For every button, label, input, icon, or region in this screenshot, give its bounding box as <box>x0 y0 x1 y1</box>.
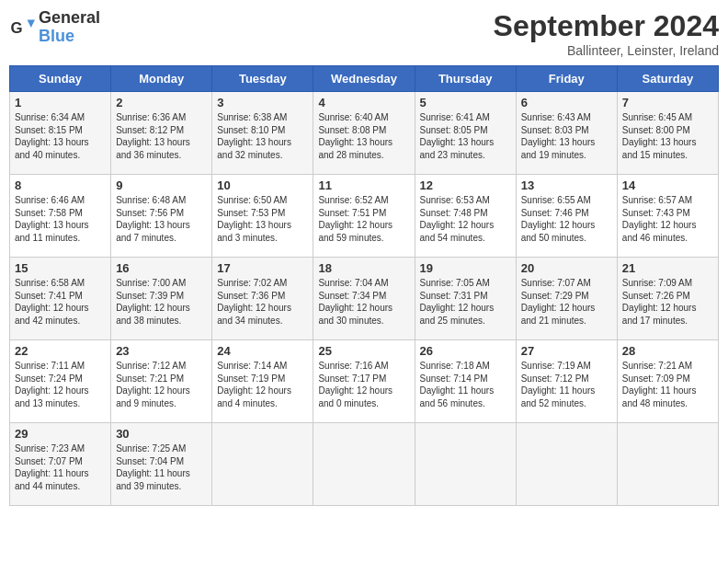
day-number: 6 <box>521 96 612 109</box>
calendar-cell: 26 Sunrise: 7:18 AM Sunset: 7:14 PM Dayl… <box>415 340 516 423</box>
calendar-cell: 24 Sunrise: 7:14 AM Sunset: 7:19 PM Dayl… <box>212 340 313 423</box>
calendar-cell: 13 Sunrise: 6:55 AM Sunset: 7:46 PM Dayl… <box>516 175 617 258</box>
day-content: Sunrise: 7:19 AM Sunset: 7:12 PM Dayligh… <box>521 360 612 409</box>
day-number: 3 <box>217 96 308 109</box>
day-number: 5 <box>420 96 511 109</box>
calendar-cell: 6 Sunrise: 6:43 AM Sunset: 8:03 PM Dayli… <box>516 92 617 175</box>
day-content: Sunrise: 7:23 AM Sunset: 7:07 PM Dayligh… <box>15 442 106 492</box>
day-number: 15 <box>15 261 106 275</box>
logo-line1: General <box>39 9 100 28</box>
logo-text: General Blue <box>39 9 100 46</box>
day-content: Sunrise: 6:48 AM Sunset: 7:56 PM Dayligh… <box>116 194 207 244</box>
svg-text:G: G <box>10 18 22 36</box>
calendar-cell: 21 Sunrise: 7:09 AM Sunset: 7:26 PM Dayl… <box>617 258 718 340</box>
month-title: September 2024 <box>494 9 719 43</box>
day-content: Sunrise: 6:40 AM Sunset: 8:08 PM Dayligh… <box>318 111 409 161</box>
calendar-cell: 22 Sunrise: 7:11 AM Sunset: 7:24 PM Dayl… <box>10 340 111 423</box>
day-content: Sunrise: 6:55 AM Sunset: 7:46 PM Dayligh… <box>521 194 612 244</box>
day-content: Sunrise: 7:14 AM Sunset: 7:19 PM Dayligh… <box>217 360 308 409</box>
day-number: 23 <box>116 344 207 358</box>
logo-icon: G <box>9 15 35 40</box>
day-content: Sunrise: 7:16 AM Sunset: 7:17 PM Dayligh… <box>318 360 409 409</box>
calendar-cell: 20 Sunrise: 7:07 AM Sunset: 7:29 PM Dayl… <box>516 258 617 340</box>
calendar-cell: 1 Sunrise: 6:34 AM Sunset: 8:15 PM Dayli… <box>10 92 111 175</box>
day-number: 10 <box>217 178 308 192</box>
day-number: 1 <box>15 96 106 109</box>
day-content: Sunrise: 7:05 AM Sunset: 7:31 PM Dayligh… <box>420 277 511 327</box>
day-content: Sunrise: 7:09 AM Sunset: 7:26 PM Dayligh… <box>622 277 713 327</box>
day-number: 2 <box>116 96 207 109</box>
day-content: Sunrise: 6:53 AM Sunset: 7:48 PM Dayligh… <box>420 194 511 244</box>
calendar-cell: 7 Sunrise: 6:45 AM Sunset: 8:00 PM Dayli… <box>617 92 718 175</box>
calendar-cell: 9 Sunrise: 6:48 AM Sunset: 7:56 PM Dayli… <box>111 175 212 258</box>
calendar-cell: 10 Sunrise: 6:50 AM Sunset: 7:53 PM Dayl… <box>212 175 313 258</box>
calendar-cell <box>313 423 415 506</box>
calendar-table: SundayMondayTuesdayWednesdayThursdayFrid… <box>9 65 719 506</box>
calendar-cell: 30 Sunrise: 7:25 AM Sunset: 7:04 PM Dayl… <box>111 423 212 506</box>
calendar-cell <box>617 423 718 506</box>
calendar-body: 1 Sunrise: 6:34 AM Sunset: 8:15 PM Dayli… <box>10 92 719 506</box>
calendar-row-4: 22 Sunrise: 7:11 AM Sunset: 7:24 PM Dayl… <box>10 340 719 423</box>
day-number: 30 <box>116 427 207 441</box>
day-content: Sunrise: 6:36 AM Sunset: 8:12 PM Dayligh… <box>116 111 207 161</box>
day-number: 11 <box>318 178 409 192</box>
day-content: Sunrise: 6:57 AM Sunset: 7:43 PM Dayligh… <box>622 194 713 244</box>
day-content: Sunrise: 7:02 AM Sunset: 7:36 PM Dayligh… <box>217 277 308 327</box>
day-number: 7 <box>622 96 713 109</box>
day-content: Sunrise: 7:12 AM Sunset: 7:21 PM Dayligh… <box>116 360 207 409</box>
calendar-cell: 11 Sunrise: 6:52 AM Sunset: 7:51 PM Dayl… <box>313 175 415 258</box>
day-number: 22 <box>15 344 106 358</box>
day-content: Sunrise: 6:52 AM Sunset: 7:51 PM Dayligh… <box>318 194 409 244</box>
day-number: 4 <box>318 96 409 109</box>
calendar-cell: 5 Sunrise: 6:41 AM Sunset: 8:05 PM Dayli… <box>415 92 516 175</box>
day-number: 28 <box>622 344 713 358</box>
svg-marker-1 <box>28 19 35 27</box>
day-number: 13 <box>521 178 612 192</box>
calendar-cell: 8 Sunrise: 6:46 AM Sunset: 7:58 PM Dayli… <box>10 175 111 258</box>
day-content: Sunrise: 7:07 AM Sunset: 7:29 PM Dayligh… <box>521 277 612 327</box>
day-number: 24 <box>217 344 308 358</box>
day-content: Sunrise: 6:50 AM Sunset: 7:53 PM Dayligh… <box>217 194 308 244</box>
day-content: Sunrise: 6:38 AM Sunset: 8:10 PM Dayligh… <box>217 111 308 161</box>
weekday-header-thursday: Thursday <box>415 66 516 92</box>
calendar-row-5: 29 Sunrise: 7:23 AM Sunset: 7:07 PM Dayl… <box>10 423 719 506</box>
day-content: Sunrise: 7:21 AM Sunset: 7:09 PM Dayligh… <box>622 360 713 409</box>
calendar-cell: 16 Sunrise: 7:00 AM Sunset: 7:39 PM Dayl… <box>111 258 212 340</box>
calendar-row-2: 8 Sunrise: 6:46 AM Sunset: 7:58 PM Dayli… <box>10 175 719 258</box>
weekday-header-sunday: Sunday <box>10 66 111 92</box>
day-content: Sunrise: 7:25 AM Sunset: 7:04 PM Dayligh… <box>116 442 207 492</box>
day-content: Sunrise: 7:00 AM Sunset: 7:39 PM Dayligh… <box>116 277 207 327</box>
calendar-cell <box>415 423 516 506</box>
weekday-header-wednesday: Wednesday <box>313 66 415 92</box>
day-content: Sunrise: 6:58 AM Sunset: 7:41 PM Dayligh… <box>15 277 106 327</box>
calendar-cell: 23 Sunrise: 7:12 AM Sunset: 7:21 PM Dayl… <box>111 340 212 423</box>
day-content: Sunrise: 7:04 AM Sunset: 7:34 PM Dayligh… <box>318 277 409 327</box>
day-number: 8 <box>15 178 106 192</box>
calendar-cell: 3 Sunrise: 6:38 AM Sunset: 8:10 PM Dayli… <box>212 92 313 175</box>
calendar-cell: 17 Sunrise: 7:02 AM Sunset: 7:36 PM Dayl… <box>212 258 313 340</box>
calendar-cell: 25 Sunrise: 7:16 AM Sunset: 7:17 PM Dayl… <box>313 340 415 423</box>
calendar-cell: 19 Sunrise: 7:05 AM Sunset: 7:31 PM Dayl… <box>415 258 516 340</box>
day-number: 20 <box>521 261 612 275</box>
logo-line2: Blue <box>39 28 100 46</box>
location: Ballinteer, Leinster, Ireland <box>494 43 719 58</box>
calendar-cell: 27 Sunrise: 7:19 AM Sunset: 7:12 PM Dayl… <box>516 340 617 423</box>
day-number: 19 <box>420 261 511 275</box>
weekday-header-row: SundayMondayTuesdayWednesdayThursdayFrid… <box>10 66 719 92</box>
day-content: Sunrise: 7:11 AM Sunset: 7:24 PM Dayligh… <box>15 360 106 409</box>
calendar-cell: 15 Sunrise: 6:58 AM Sunset: 7:41 PM Dayl… <box>10 258 111 340</box>
day-number: 25 <box>318 344 409 358</box>
day-number: 21 <box>622 261 713 275</box>
day-number: 14 <box>622 178 713 192</box>
day-content: Sunrise: 6:43 AM Sunset: 8:03 PM Dayligh… <box>521 111 612 161</box>
logo: G General Blue <box>9 9 100 46</box>
day-number: 9 <box>116 178 207 192</box>
calendar-cell: 4 Sunrise: 6:40 AM Sunset: 8:08 PM Dayli… <box>313 92 415 175</box>
weekday-header-tuesday: Tuesday <box>212 66 313 92</box>
day-content: Sunrise: 6:45 AM Sunset: 8:00 PM Dayligh… <box>622 111 713 161</box>
day-content: Sunrise: 6:34 AM Sunset: 8:15 PM Dayligh… <box>15 111 106 161</box>
calendar-cell: 14 Sunrise: 6:57 AM Sunset: 7:43 PM Dayl… <box>617 175 718 258</box>
calendar-cell: 28 Sunrise: 7:21 AM Sunset: 7:09 PM Dayl… <box>617 340 718 423</box>
calendar-cell: 12 Sunrise: 6:53 AM Sunset: 7:48 PM Dayl… <box>415 175 516 258</box>
calendar-cell: 18 Sunrise: 7:04 AM Sunset: 7:34 PM Dayl… <box>313 258 415 340</box>
